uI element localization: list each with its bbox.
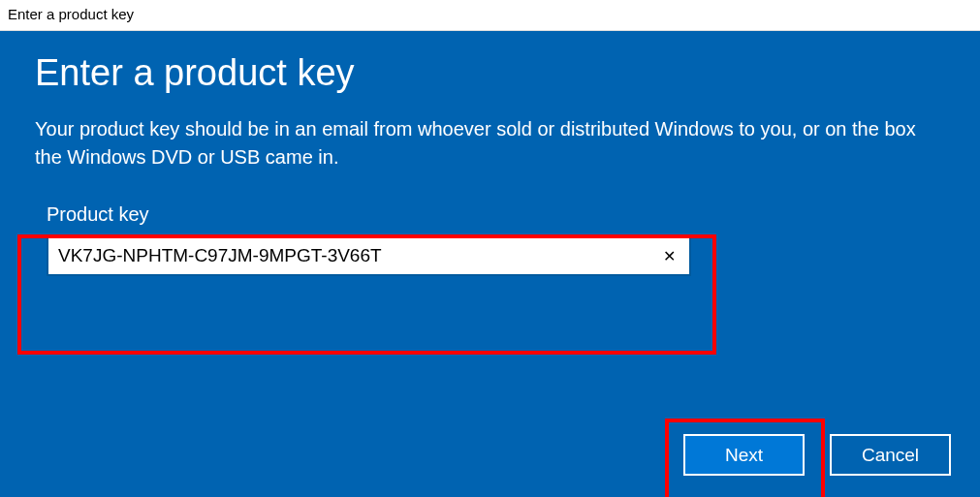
product-key-label: Product key xyxy=(47,203,721,226)
window-title: Enter a product key xyxy=(8,6,134,22)
description-text: Your product key should be in an email f… xyxy=(35,115,927,171)
product-key-input[interactable] xyxy=(58,245,659,266)
cancel-button[interactable]: Cancel xyxy=(830,434,951,476)
dialog-body: Enter a product key Your product key sho… xyxy=(0,31,980,497)
product-key-field-group: Product key ✕ xyxy=(35,193,733,297)
button-row: Next Cancel xyxy=(683,434,951,476)
window-title-bar: Enter a product key xyxy=(0,0,980,31)
next-button[interactable]: Next xyxy=(683,434,805,476)
product-key-input-container[interactable]: ✕ xyxy=(47,235,691,276)
clear-input-icon[interactable]: ✕ xyxy=(659,247,680,265)
page-title: Enter a product key xyxy=(35,52,945,94)
